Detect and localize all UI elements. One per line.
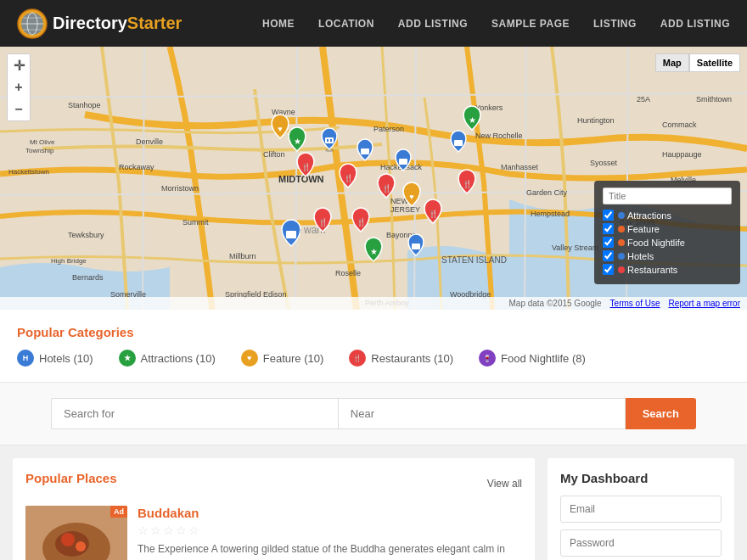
terms-link[interactable]: Terms of Use: [610, 299, 660, 308]
email-field[interactable]: [560, 496, 722, 523]
food-nightlife-label: Food Nightlife (8): [501, 352, 586, 365]
svg-text:Summit: Summit: [183, 218, 209, 227]
zoom-out-button[interactable]: −: [8, 98, 30, 120]
password-field[interactable]: [560, 529, 722, 557]
svg-rect-55: [330, 139, 332, 142]
svg-text:High Bridge: High Bridge: [51, 257, 87, 265]
svg-text:🍴: 🍴: [357, 217, 367, 227]
map-type-controls: Map Satellite: [655, 53, 740, 72]
svg-text:Manhasset: Manhasset: [501, 163, 539, 171]
popular-places-title: Popular Places: [25, 471, 117, 485]
star-3: ☆: [163, 524, 174, 537]
category-food-nightlife[interactable]: 🍷 Food Nightlife (8): [479, 350, 586, 367]
nav-home[interactable]: HOME: [262, 18, 295, 30]
map-attribution: Map data ©2015 Google Terms of Use Repor…: [0, 297, 747, 310]
star-4: ☆: [176, 524, 187, 537]
category-attractions[interactable]: ★ Attractions (10): [119, 350, 216, 367]
svg-text:Denville: Denville: [136, 137, 163, 146]
hotels-icon: H: [17, 350, 34, 367]
categories-list: H Hotels (10) ★ Attractions (10) ♥ Featu…: [17, 350, 730, 367]
filter-restaurants-checkbox[interactable]: [603, 264, 614, 275]
map-type-map-button[interactable]: Map: [655, 53, 689, 72]
popular-places-section: Popular Places View all Ad: [13, 458, 535, 560]
near-input[interactable]: [338, 398, 626, 429]
svg-text:Mt Olive: Mt Olive: [30, 138, 55, 146]
place-info: Buddakan ☆ ☆ ☆ ☆ ☆ The Experience A towe…: [138, 506, 522, 560]
dashboard-section: My Dashboard Sign In New User? Register …: [548, 458, 734, 560]
restaurants-icon: 🍴: [349, 350, 366, 367]
svg-text:🍴: 🍴: [318, 217, 329, 227]
map-pan-icon[interactable]: ✛: [8, 54, 30, 76]
dashboard-title: My Dashboard: [560, 471, 722, 485]
svg-text:Garden City: Garden City: [526, 188, 568, 197]
map-zoom-controls: ✛ + −: [7, 53, 31, 121]
place-name[interactable]: Buddakan: [138, 506, 522, 520]
search-input[interactable]: [51, 398, 338, 429]
category-hotels[interactable]: H Hotels (10): [17, 350, 93, 367]
svg-text:Roselle: Roselle: [335, 269, 361, 277]
star-2: ☆: [150, 524, 161, 537]
svg-rect-57: [399, 159, 407, 165]
logo[interactable]: DirectoryStarter: [17, 8, 182, 39]
nav-listing[interactable]: LISTING: [593, 18, 637, 30]
place-item: Ad Buddakan ☆ ☆ ☆ ☆ ☆ The Experience A t…: [25, 506, 522, 560]
search-button[interactable]: Search: [626, 398, 696, 429]
hotels-label: Hotels (10): [39, 352, 93, 365]
filter-food-nightlife: Food Nightlife: [603, 237, 732, 248]
svg-text:Morristown: Morristown: [161, 184, 199, 193]
svg-text:25A: 25A: [637, 95, 650, 104]
svg-rect-58: [454, 140, 463, 146]
svg-text:New Rochelle: New Rochelle: [475, 132, 523, 140]
place-stars: ☆ ☆ ☆ ☆ ☆: [138, 524, 522, 537]
svg-text:🍴: 🍴: [463, 179, 473, 189]
nav-add-listing-2[interactable]: ADD LISTING: [660, 18, 730, 30]
svg-text:Commack: Commack: [662, 120, 697, 129]
svg-text:Clifton: Clifton: [263, 150, 285, 159]
svg-text:🍴: 🍴: [382, 183, 392, 193]
map-type-satellite-button[interactable]: Satellite: [689, 53, 740, 72]
svg-text:Stanhope: Stanhope: [68, 101, 101, 109]
svg-text:Millburn: Millburn: [229, 252, 256, 260]
map-filter-panel: Attractions Feature Food Nightlife Hotel…: [594, 181, 740, 284]
svg-text:Smithtown: Smithtown: [696, 95, 732, 104]
nav-sample-page[interactable]: SAMPLE PAGE: [491, 18, 570, 30]
svg-point-76: [61, 533, 75, 546]
filter-attractions-checkbox[interactable]: [603, 210, 614, 221]
svg-text:Hackettstown: Hackettstown: [8, 168, 49, 176]
filter-hotels-checkbox[interactable]: [603, 250, 614, 261]
place-description: The Experience A towering gilded statue …: [138, 541, 522, 560]
feature-icon: ♥: [241, 350, 258, 367]
category-restaurants[interactable]: 🍴 Restaurants (10): [349, 350, 453, 367]
nav-location[interactable]: LOCATION: [318, 18, 374, 30]
svg-rect-70: [286, 231, 296, 238]
map-container: Stanhope Mt Olive Township Hackettstown …: [0, 47, 747, 310]
food-nightlife-icon: 🍷: [479, 350, 496, 367]
header: DirectoryStarter HOME LOCATION ADD LISTI…: [0, 0, 747, 47]
report-map-link[interactable]: Report a map error: [669, 299, 740, 308]
filter-food-nightlife-checkbox[interactable]: [603, 237, 614, 248]
filter-feature: Feature: [603, 223, 732, 234]
svg-text:Hempstead: Hempstead: [531, 210, 570, 218]
nav-add-listing[interactable]: ADD LISTING: [398, 18, 468, 30]
view-all-link[interactable]: View all: [487, 478, 522, 490]
svg-point-77: [76, 541, 86, 552]
zoom-in-button[interactable]: +: [8, 76, 30, 98]
svg-rect-54: [327, 139, 329, 142]
popular-categories-section: Popular Categories H Hotels (10) ★ Attra…: [0, 310, 747, 383]
categories-title: Popular Categories: [17, 325, 730, 339]
filter-feature-checkbox[interactable]: [603, 223, 614, 234]
search-form: Search: [51, 398, 696, 429]
place-thumbnail: Ad: [25, 506, 127, 560]
filter-attractions: Attractions: [603, 210, 732, 221]
svg-text:Paterson: Paterson: [374, 125, 404, 133]
category-feature[interactable]: ♥ Feature (10): [241, 350, 324, 367]
svg-text:🍴: 🍴: [429, 209, 439, 219]
map-filter-title-input[interactable]: [603, 188, 732, 204]
attractions-label: Attractions (10): [141, 352, 216, 365]
svg-text:STATEN ISLAND: STATEN ISLAND: [441, 255, 507, 265]
main-nav: HOME LOCATION ADD LISTING SAMPLE PAGE LI…: [262, 18, 730, 30]
logo-text: DirectoryStarter: [53, 14, 182, 33]
logo-globe-icon: [17, 8, 48, 39]
bottom-section: Popular Places View all Ad: [0, 445, 747, 560]
feature-label: Feature (10): [263, 352, 324, 365]
